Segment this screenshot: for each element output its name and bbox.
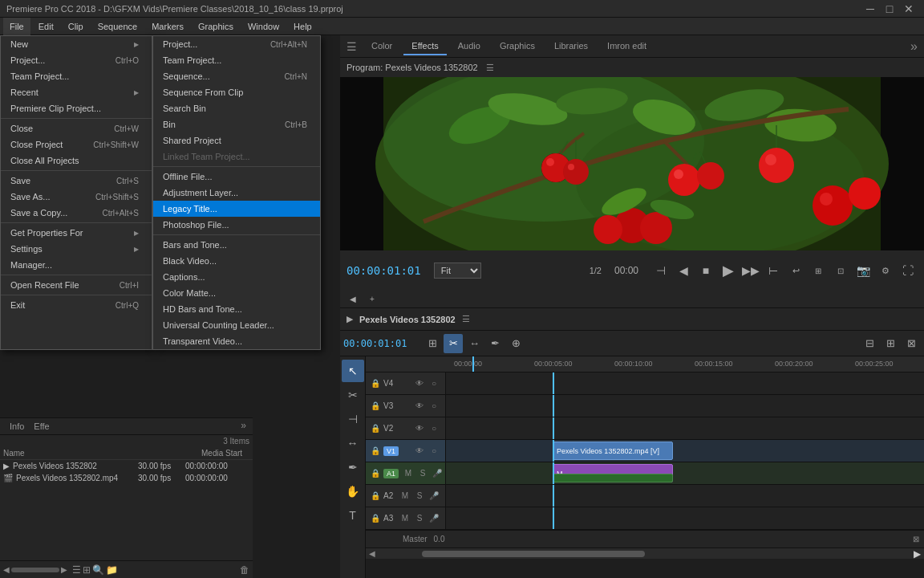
v4-eye[interactable]: 👁 — [413, 377, 426, 390]
slip-tool-btn[interactable]: ↔ — [342, 432, 364, 454]
a2-mute[interactable]: M — [399, 490, 411, 503]
v3-eye[interactable]: 👁 — [413, 400, 426, 413]
zoom-out-btn[interactable]: ⊟ — [860, 334, 879, 353]
menu-item-settings[interactable]: Settings ▶ — [1, 241, 152, 257]
menu-item-exit[interactable]: Exit Ctrl+Q — [1, 297, 152, 313]
timeline-scrollbar[interactable]: ◀ ▶ — [366, 547, 924, 559]
new-project-item[interactable]: Project... Ctrl+Alt+N — [153, 36, 320, 52]
menu-item-manager[interactable]: Manager... — [1, 257, 152, 273]
project-icon-view-btn[interactable]: ⊞ — [83, 564, 91, 576]
project-item-1[interactable]: ▶ Pexels Videos 1352802 30.00 fps 00:00:… — [0, 460, 253, 472]
new-captions-item[interactable]: Captions... — [153, 269, 320, 285]
fullscreen-button[interactable]: ⛶ — [898, 261, 918, 280]
info-tab-effects[interactable]: Effe — [30, 420, 52, 433]
menu-item-save[interactable]: Save Ctrl+S — [1, 173, 152, 189]
zoom-in-btn[interactable]: ⊞ — [881, 334, 900, 353]
timeline-menu-icon[interactable]: ☰ — [462, 314, 470, 324]
a1-solo[interactable]: S — [416, 467, 429, 480]
menu-item-save-copy[interactable]: Save a Copy... Ctrl+Alt+S — [1, 205, 152, 221]
menu-markers[interactable]: Markers — [145, 18, 190, 35]
collapse-tracks-btn[interactable]: ⊠ — [913, 535, 919, 543]
a3-mute[interactable]: M — [399, 512, 411, 525]
lock-v4[interactable]: 🔒 — [371, 379, 380, 388]
new-adjustment-layer-item[interactable]: Adjustment Layer... — [153, 185, 320, 201]
project-delete-btn[interactable]: 🗑 — [240, 564, 249, 576]
menu-window[interactable]: Window — [241, 18, 286, 35]
lock-v1[interactable]: 🔒 — [371, 446, 380, 455]
menu-item-recent-file[interactable]: Open Recent File Ctrl+I — [1, 277, 152, 293]
project-new-bin-btn[interactable]: 📁 — [106, 564, 118, 576]
new-universal-leader-item[interactable]: Universal Counting Leader... — [153, 317, 320, 333]
camera-button[interactable]: 📷 — [853, 261, 873, 280]
new-transparent-video-item[interactable]: Transparent Video... — [153, 333, 320, 349]
track-a1-content[interactable]: M — [446, 462, 924, 484]
menu-item-open-project[interactable]: Project... Ctrl+O — [1, 52, 152, 68]
track-v2-content[interactable] — [446, 417, 924, 439]
v4-sync[interactable]: ○ — [428, 377, 440, 390]
new-bars-tone-item[interactable]: Bars and Tone... — [153, 237, 320, 253]
menu-help[interactable]: Help — [287, 18, 318, 35]
new-search-bin-item[interactable]: Search Bin — [153, 100, 320, 116]
new-black-video-item[interactable]: Black Video... — [153, 253, 320, 269]
track-a3-content[interactable] — [446, 507, 924, 529]
info-tab-info[interactable]: Info — [6, 420, 27, 433]
sequence-nest-btn[interactable]: ⊞ — [423, 334, 442, 353]
timeline-left-btn[interactable]: ◀ — [343, 290, 363, 309]
selection-tool[interactable]: ↖ — [342, 360, 364, 382]
menu-item-properties[interactable]: Get Properties For ▶ — [1, 225, 152, 241]
safe-margins-button[interactable]: ⊞ — [808, 261, 828, 280]
menu-item-save-as[interactable]: Save As... Ctrl+Shift+S — [1, 189, 152, 205]
a1-mic[interactable]: 🎤 — [431, 467, 444, 480]
play-button[interactable]: ▶ — [719, 261, 738, 280]
scroll-right-btn[interactable]: ▶ — [914, 548, 921, 560]
ripple-edit-btn[interactable]: ⊣ — [342, 408, 364, 430]
hand-tool[interactable]: ⊕ — [506, 334, 525, 353]
timeline-add-track-btn[interactable]: + — [363, 290, 382, 309]
project-list-view-btn[interactable]: ☰ — [72, 564, 81, 576]
play-forward-button[interactable]: ▶▶ — [741, 261, 760, 280]
workspace-expand-button[interactable]: » — [910, 39, 918, 54]
lock-v3[interactable]: 🔒 — [371, 401, 380, 410]
lock-a2[interactable]: 🔒 — [371, 491, 380, 500]
razor-tool-btn[interactable]: ✂ — [342, 384, 364, 406]
minimize-button[interactable]: ─ — [861, 0, 879, 18]
menu-edit[interactable]: Edit — [32, 18, 60, 35]
track-v1-content[interactable]: Pexels Videos 1352802.mp4 [V] — [446, 440, 924, 462]
step-back-button[interactable]: ⊣ — [651, 261, 671, 280]
timeline-ruler[interactable]: 00:00:00 00:00:05:00 00:00:10:00 00:00:1… — [366, 356, 924, 372]
a3-mic[interactable]: 🎤 — [428, 512, 440, 525]
menu-item-new[interactable]: New ▶ — [1, 36, 152, 52]
new-seq-from-clip-item[interactable]: Sequence From Clip — [153, 84, 320, 100]
menu-sequence[interactable]: Sequence — [91, 18, 144, 35]
track-a2-content[interactable] — [446, 485, 924, 507]
tab-graphics[interactable]: Graphics — [492, 38, 543, 55]
tab-effects[interactable]: Effects — [403, 38, 446, 55]
fit-dropdown[interactable]: Fit 25% 50% 75% 100% — [434, 263, 481, 279]
slip-tool[interactable]: ↔ — [464, 334, 484, 353]
track-v3-content[interactable] — [446, 395, 924, 417]
new-sequence-item[interactable]: Sequence... Ctrl+N — [153, 68, 320, 84]
v1-sync[interactable]: ○ — [428, 445, 440, 458]
tab-imron-edit[interactable]: Imron edit — [599, 38, 654, 55]
info-expand-btn[interactable]: » — [241, 420, 246, 433]
new-shared-project-item[interactable]: Shared Project — [153, 132, 320, 149]
lock-a1[interactable]: 🔒 — [371, 469, 380, 478]
v3-sync[interactable]: ○ — [428, 400, 440, 413]
a1-mute[interactable]: M — [402, 467, 415, 480]
razor-tool[interactable]: ✂ — [444, 334, 463, 353]
fit-to-window-btn[interactable]: ⊠ — [902, 334, 921, 353]
tab-libraries[interactable]: Libraries — [546, 38, 596, 55]
project-back-btn[interactable]: ◀ — [3, 565, 10, 574]
new-hd-bars-item[interactable]: HD Bars and Tone... — [153, 301, 320, 317]
new-offline-file-item[interactable]: Offline File... — [153, 169, 320, 185]
new-bin-item[interactable]: Bin Ctrl+B — [153, 116, 320, 132]
menu-item-close-all[interactable]: Close All Projects — [1, 153, 152, 169]
pen-tool[interactable]: ✒ — [485, 334, 505, 353]
hand-tool-btn[interactable]: ✋ — [342, 480, 364, 503]
step-forward-button[interactable]: ⊢ — [764, 261, 783, 280]
new-team-project-item[interactable]: Team Project... — [153, 52, 320, 68]
a1-clip-audio[interactable] — [553, 474, 673, 482]
maximize-button[interactable]: □ — [881, 0, 898, 18]
project-zoom-slider[interactable] — [11, 568, 59, 572]
v2-eye[interactable]: 👁 — [413, 422, 426, 435]
